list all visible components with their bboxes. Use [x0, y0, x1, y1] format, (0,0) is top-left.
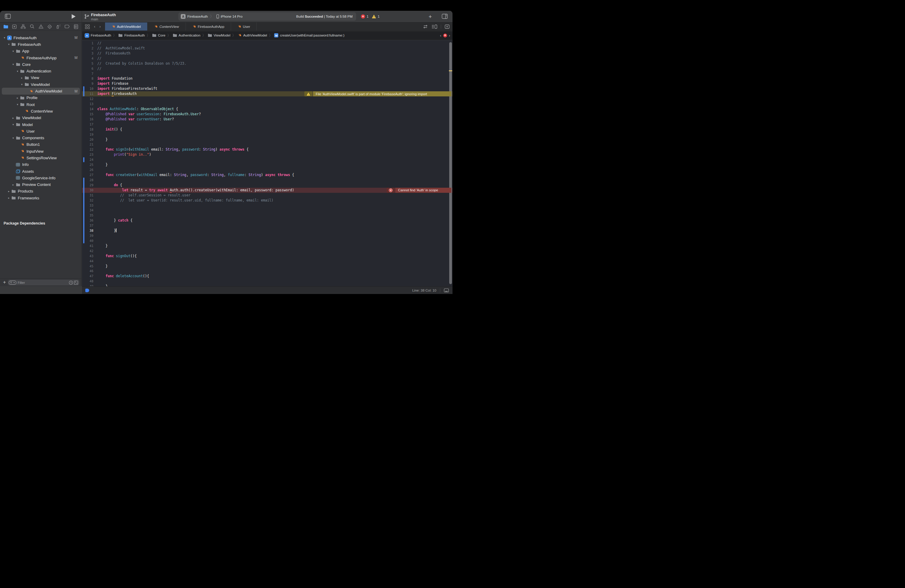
- code-line-27[interactable]: 27 func createUser(withEmail email: Stri…: [82, 172, 452, 178]
- code-line-1[interactable]: 1//: [82, 41, 452, 46]
- code-line-3[interactable]: 3// FirebaseAuth: [82, 51, 452, 56]
- code-line-19[interactable]: 19: [82, 132, 452, 137]
- code-line-9[interactable]: 9import Firebase: [82, 81, 452, 86]
- code-line-46[interactable]: 46: [82, 269, 452, 273]
- source-control-filter-icon[interactable]: [74, 281, 78, 285]
- breadcrumb-item[interactable]: FirebaseAuth: [90, 33, 111, 37]
- breakpoints-navigator-icon[interactable]: [64, 24, 71, 30]
- tree-item-assets[interactable]: Assets: [0, 168, 82, 175]
- code-line-24[interactable]: 24: [82, 157, 452, 162]
- scheme-app-label[interactable]: FirebaseAuth: [187, 15, 208, 18]
- code-line-45[interactable]: 45 }: [82, 264, 452, 269]
- code-line-21[interactable]: 21: [82, 142, 452, 147]
- code-line-39[interactable]: 39: [82, 233, 452, 238]
- code-line-36[interactable]: 36 } catch {: [82, 218, 452, 223]
- disclosure-open-icon[interactable]: ▾: [11, 137, 15, 140]
- breadcrumb-item[interactable]: Authentication: [179, 33, 200, 37]
- scheme-selector[interactable]: A FirebaseAuth 〉 iPhone 14 Pro Build Suc…: [178, 12, 356, 21]
- tree-item-firebaseauth[interactable]: ▾AFirebaseAuthM: [0, 35, 82, 41]
- code-line-20[interactable]: 20 }: [82, 137, 452, 142]
- changes-navigator-icon[interactable]: [11, 24, 17, 30]
- tree-item-root[interactable]: ▾Root: [0, 101, 82, 108]
- tree-item-authentication[interactable]: ▾Authentication: [0, 68, 82, 74]
- code-line-12[interactable]: 12: [82, 96, 452, 102]
- tree-item-googleservice-info[interactable]: GoogleService-Info: [0, 175, 82, 181]
- breadcrumb-item[interactable]: FirebaseAuth: [124, 33, 144, 37]
- editor-only-layout-icon[interactable]: [444, 288, 449, 292]
- tree-item-firebaseauthapp[interactable]: FirebaseAuthAppM: [0, 54, 82, 61]
- editor-options-icon[interactable]: [432, 25, 437, 29]
- breadcrumb-item[interactable]: Core: [158, 33, 165, 37]
- tab-user[interactable]: User: [231, 22, 257, 30]
- scheme-device-label[interactable]: iPhone 14 Pro: [221, 15, 243, 18]
- related-items-icon[interactable]: [423, 25, 428, 29]
- code-line-48[interactable]: 48: [82, 279, 452, 284]
- code-line-23[interactable]: 23 print("Sign in.."): [82, 152, 452, 157]
- tree-item-authviewmodel[interactable]: AuthViewModelM: [2, 88, 80, 94]
- debug-navigator-icon[interactable]: [55, 24, 62, 30]
- tree-item-viewmodel[interactable]: ▸ViewModel: [0, 114, 82, 121]
- disclosure-open-icon[interactable]: ▾: [20, 83, 24, 86]
- change-indicator[interactable]: [85, 289, 89, 292]
- tree-item-products[interactable]: ▸Products: [0, 188, 82, 195]
- error-count-badge[interactable]: ✕ 1: [361, 14, 368, 19]
- code-line-14[interactable]: 14class AuthViewModel: ObservableObject …: [82, 106, 452, 112]
- add-file-button[interactable]: +: [3, 279, 6, 285]
- back-button[interactable]: ‹: [94, 22, 95, 30]
- code-line-22[interactable]: 22 func signIn(withEmail email: String, …: [82, 147, 452, 152]
- code-line-16[interactable]: 16 @Published var currentUser: User?: [82, 117, 452, 122]
- code-line-31[interactable]: 31 // self.userSession = result.user: [82, 193, 452, 198]
- build-status[interactable]: Build Succeeded | Today at 5:58 PM: [296, 15, 352, 18]
- filter-input[interactable]: Filter: [8, 280, 79, 285]
- code-line-2[interactable]: 2// AuthViewModel.swift: [82, 46, 452, 51]
- disclosure-closed-icon[interactable]: ▸: [7, 196, 11, 199]
- code-line-13[interactable]: 13: [82, 102, 452, 106]
- forward-button[interactable]: ›: [99, 22, 100, 30]
- disclosure-closed-icon[interactable]: ▸: [20, 76, 24, 79]
- code-line-10[interactable]: 10import FirebaseFirestoreSwift: [82, 86, 452, 91]
- code-line-17[interactable]: 17: [82, 122, 452, 127]
- reports-navigator-icon[interactable]: [73, 24, 79, 30]
- disclosure-open-icon[interactable]: ▾: [7, 43, 11, 46]
- add-editor-icon[interactable]: [445, 25, 449, 29]
- disclosure-open-icon[interactable]: ▾: [16, 70, 20, 73]
- previous-issue-button[interactable]: ‹: [440, 33, 441, 38]
- code-line-35[interactable]: 35: [82, 213, 452, 218]
- code-line-15[interactable]: 15 @Published var userSession: FirebaseA…: [82, 112, 452, 117]
- tree-item-app[interactable]: ▾App: [0, 48, 82, 54]
- library-add-button[interactable]: +: [429, 13, 432, 20]
- tree-item-core[interactable]: ▾Core: [0, 61, 82, 68]
- breadcrumb-item[interactable]: ViewModel: [214, 33, 230, 37]
- tree-item-profile[interactable]: ▸Profile: [0, 95, 82, 101]
- tree-item-button1[interactable]: Button1: [0, 141, 82, 148]
- symbols-navigator-icon[interactable]: [20, 24, 27, 30]
- code-line-40[interactable]: 40: [82, 238, 452, 243]
- disclosure-closed-icon[interactable]: ▸: [16, 96, 20, 99]
- tab-contentview[interactable]: ContentView: [147, 22, 186, 30]
- tree-item-user[interactable]: User: [0, 128, 82, 134]
- breadcrumb-item[interactable]: createUser(withEmail:password:fullname:): [280, 33, 344, 37]
- tree-item-contentview[interactable]: ContentView: [0, 108, 82, 114]
- error-icon[interactable]: ✕: [443, 33, 447, 37]
- scrollbar[interactable]: [449, 40, 452, 286]
- disclosure-open-icon[interactable]: ▾: [11, 63, 15, 66]
- disclosure-closed-icon[interactable]: ▸: [7, 190, 11, 193]
- disclosure-open-icon[interactable]: ▾: [16, 103, 20, 106]
- warning-banner[interactable]: !File 'AuthViewModel.swift' is part of m…: [304, 91, 451, 96]
- inspector-toggle-icon[interactable]: [442, 14, 448, 19]
- code-line-33[interactable]: 33: [82, 203, 452, 208]
- code-line-49[interactable]: 49 }: [82, 284, 452, 286]
- issues-navigator-icon[interactable]: [38, 24, 44, 30]
- code-line-32[interactable]: 32 // let user = User(id: result.user.ui…: [82, 198, 452, 203]
- disclosure-open-icon[interactable]: ▾: [11, 50, 15, 53]
- code-line-34[interactable]: 34: [82, 208, 452, 213]
- code-line-41[interactable]: 41 }: [82, 243, 452, 248]
- disclosure-open-icon[interactable]: ▾: [2, 36, 6, 39]
- breadcrumb-item[interactable]: AuthViewModel: [243, 33, 267, 37]
- tree-item-viewmodel[interactable]: ▾ViewModel: [0, 81, 82, 88]
- disclosure-closed-icon[interactable]: ▸: [11, 183, 15, 186]
- disclosure-open-icon[interactable]: ▾: [11, 123, 15, 126]
- tab-firebaseauthapp[interactable]: FirebaseAuthApp: [186, 22, 231, 30]
- code-line-37[interactable]: 37: [82, 223, 452, 228]
- tree-item-view[interactable]: ▸View: [0, 75, 82, 81]
